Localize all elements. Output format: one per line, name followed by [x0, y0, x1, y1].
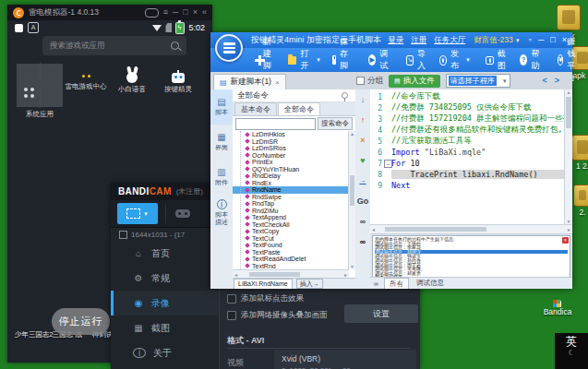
command-tree-item[interactable]: TextCopy: [233, 228, 349, 235]
tool-icon[interactable]: →: [355, 171, 370, 191]
save-script-button[interactable]: 保存脚本: [327, 48, 359, 72]
webcam-overlay-checkbox[interactable]: 添加网络摄像头叠加画面: [227, 310, 328, 321]
editor-horizontal-scrollbar[interactable]: ◂▸: [370, 224, 572, 234]
wealth-points[interactable]: 财富值-233 ▼: [474, 35, 520, 46]
command-tree-item[interactable]: TextCut: [233, 235, 349, 243]
tool-icon[interactable]: Go: [355, 191, 370, 211]
close-output-icon[interactable]: ×: [562, 237, 569, 244]
sidebar-item-home[interactable]: ⌂ 首页: [111, 241, 219, 266]
scroll-up-icon[interactable]: ▲: [349, 131, 355, 137]
tab-debug-info[interactable]: 调试信息: [411, 277, 450, 289]
tool-icon[interactable]: ∞: [355, 232, 370, 252]
pin-icon[interactable]: [342, 92, 348, 99]
scroll-up-icon[interactable]: ▲: [565, 89, 572, 95]
scroll-right-icon[interactable]: ▸: [568, 226, 570, 232]
video-settings-value[interactable]: Xvid (VBR) 0x1080, 30.00fps, 80q: [274, 350, 416, 369]
scroll-down-icon[interactable]: ▼: [349, 264, 355, 269]
search-input[interactable]: 搜索游戏或应用: [42, 36, 186, 55]
minimize-button[interactable]: ─: [173, 8, 178, 17]
command-tree-item[interactable]: LzDmSR: [233, 138, 349, 146]
nav-item-script[interactable]: ▤ 脚本: [210, 89, 233, 125]
nav-item-attachment[interactable]: ▥ 附件: [210, 160, 233, 195]
menu-icon[interactable]: ≡: [163, 8, 168, 17]
nav-item-interface[interactable]: ▦ 界面: [210, 125, 233, 160]
publish-button[interactable]: 发布 ▼: [434, 48, 476, 72]
tool-icon[interactable]: ↑: [355, 110, 370, 130]
command-tree-item[interactable]: RndName: [233, 186, 349, 194]
scroll-right-icon[interactable]: ▸: [344, 271, 347, 278]
command-tree-item[interactable]: RndSwipe: [233, 194, 349, 201]
tool-icon[interactable]: ↓: [355, 89, 370, 110]
desktop-icon-apk3[interactable]: 1 2.: [571, 135, 588, 171]
app-ld-game-center[interactable]: 雷电游戏中心: [63, 64, 109, 107]
account-link[interactable]: 任务大厅: [434, 35, 465, 46]
sidebar-item-video[interactable]: ◉ 录像: [111, 291, 219, 315]
settings-button[interactable]: 设置: [344, 304, 418, 323]
open-button[interactable]: 打开 ▼: [282, 48, 327, 72]
tool-icon[interactable]: ×: [355, 130, 370, 150]
command-tree-item[interactable]: RndEx: [233, 180, 349, 187]
collapse-sidebar-icon[interactable]: «: [202, 8, 207, 17]
debug-button[interactable]: ▶ 调试: [363, 48, 397, 72]
app-system-apps[interactable]: 系统应用: [17, 64, 63, 107]
desktop-icon-bandicam[interactable]: ↗ Bandica: [537, 306, 578, 316]
nav-forward-icon[interactable]: >: [555, 76, 559, 85]
emulator-titlebar[interactable]: 雷电模拟器-1 4.0.13 ≡ ─ □ × «: [7, 5, 212, 20]
close-button[interactable]: ×: [193, 8, 198, 17]
sidebar-item-about[interactable]: i 关于: [111, 340, 219, 365]
library-tab[interactable]: LiBaXi.RndName: [234, 279, 293, 289]
document-tab[interactable]: ▤ 新建脚本(1) ×: [213, 74, 286, 89]
import-button[interactable]: ↘ 导入: [401, 48, 434, 72]
search-command-button[interactable]: 搜索命令: [318, 117, 353, 130]
input-method-indicator[interactable]: 英 ☾: [555, 333, 588, 369]
gamepad-icon[interactable]: [145, 8, 159, 18]
maximize-button[interactable]: □: [183, 8, 187, 17]
money-platform-button[interactable]: ¥ 赚钱平台: [552, 48, 586, 72]
command-tree-item[interactable]: QQYuYinTiHuan: [233, 166, 349, 173]
maximize-button[interactable]: □: [550, 36, 555, 44]
command-tree-item[interactable]: TextRnd: [233, 263, 349, 270]
subroutine-combobox[interactable]: 请选择子程序 ▼: [446, 74, 510, 88]
group-toggle[interactable]: 分组: [356, 76, 383, 87]
record-region-button[interactable]: ▼: [117, 203, 158, 224]
command-tree-item[interactable]: RndDelay: [233, 173, 349, 180]
sidebar-item-image[interactable]: ▦ 截图: [111, 315, 219, 340]
scroll-left-icon[interactable]: ◂: [234, 271, 237, 278]
app-xiaobai-voice[interactable]: 小白语音: [109, 64, 155, 107]
command-tree-item[interactable]: RndZiMu: [233, 208, 349, 215]
command-tree-item[interactable]: TextFound: [233, 242, 349, 249]
editor-scrollbar[interactable]: ▲ ▼: [564, 89, 572, 224]
sidebar-item-general[interactable]: ⚙ 常规: [111, 266, 219, 291]
debug-output-panel[interactable]: 您的脚本在执行的过程中产生如下信息: 调试输出信息：王铁柱调试输出信息：李翠花调…: [372, 235, 570, 278]
screenshot-button[interactable]: 截图: [480, 48, 514, 72]
desktop-icon-apk4[interactable]: 2.: [573, 184, 588, 217]
command-tree-item[interactable]: TextPaste: [233, 249, 349, 256]
close-tab-icon[interactable]: ×: [275, 78, 280, 87]
command-tree-item[interactable]: TextCheckAll: [233, 221, 349, 229]
command-tree-item[interactable]: RndTap: [233, 200, 349, 208]
account-link[interactable]: 注册: [411, 35, 426, 46]
app-anjian-jingling[interactable]: 按键精灵: [155, 64, 201, 107]
tool-icon[interactable]: ♥: [355, 150, 370, 171]
insert-file-button[interactable]: ▤ 插入文件: [389, 75, 440, 88]
tab-basic-commands[interactable]: 基本命令: [234, 102, 277, 115]
insert-command-button[interactable]: 插入→: [296, 279, 323, 289]
nav-item-description[interactable]: i 脚本描述: [210, 195, 233, 230]
tool-icon[interactable]: ∞: [355, 211, 370, 232]
command-tree-item[interactable]: OcrNumber: [233, 152, 349, 160]
find-icon[interactable]: ∞: [374, 280, 378, 287]
app-sanguozhi2[interactable]: 少年三国志2: [15, 329, 50, 339]
new-script-button[interactable]: 新建脚本: [249, 48, 282, 72]
command-search-input[interactable]: [235, 118, 316, 130]
minimize-button[interactable]: ─: [538, 36, 544, 44]
stop-run-button[interactable]: 停止运行: [52, 308, 110, 335]
tab-all-commands[interactable]: 全部命令: [278, 102, 320, 115]
nav-back-icon[interactable]: <: [542, 76, 546, 85]
account-link[interactable]: 登录: [388, 35, 403, 46]
window-icon[interactable]: ▫: [529, 36, 532, 44]
game-record-icon[interactable]: [175, 209, 190, 218]
scroll-left-icon[interactable]: ◂: [372, 226, 375, 232]
code-editor[interactable]: 1//命令库下载2//免费群 734825095 仅供命令库下载3//付费群 1…: [370, 89, 572, 226]
tree-scrollbar[interactable]: ▲ ▼: [348, 131, 355, 269]
command-tree-item[interactable]: LzDmSRios: [233, 145, 349, 152]
